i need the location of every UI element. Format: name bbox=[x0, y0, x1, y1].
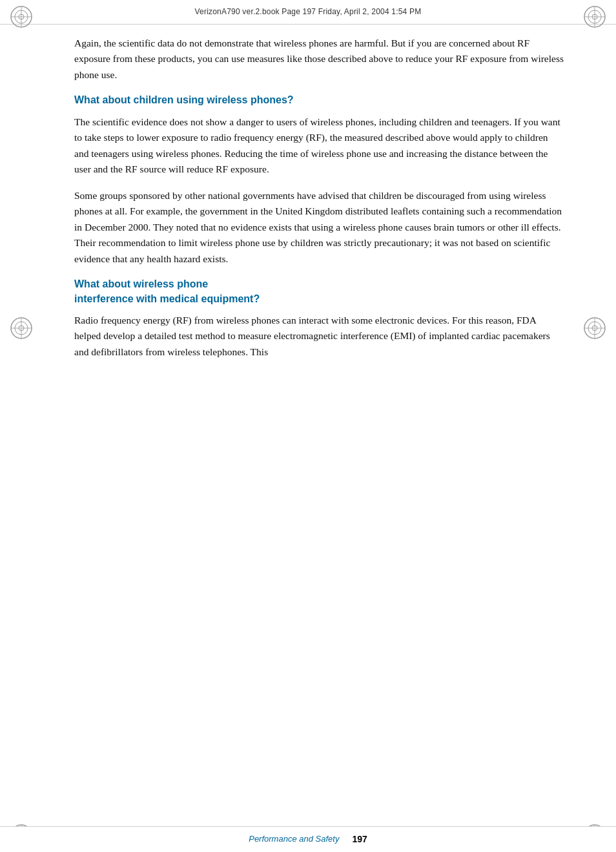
corner-mark-mid-right bbox=[583, 317, 606, 340]
section2-heading: What about wireless phone interference w… bbox=[74, 277, 564, 306]
corner-mark-top-left bbox=[10, 5, 33, 28]
footer-page-number: 197 bbox=[352, 833, 367, 847]
corner-mark-mid-left bbox=[10, 317, 33, 340]
section2-heading-line1: What about wireless phone bbox=[74, 278, 208, 289]
intro-paragraph: Again, the scientific data do not demons… bbox=[74, 36, 564, 83]
content-area: Again, the scientific data do not demons… bbox=[74, 36, 564, 816]
footer-section-label: Performance and Safety bbox=[249, 833, 339, 846]
corner-mark-top-right bbox=[583, 5, 606, 28]
underline-do-not: do not bbox=[177, 37, 202, 48]
section1-para1: The scientific evidence does not show a … bbox=[74, 114, 564, 178]
footer-bar: Performance and Safety 197 bbox=[0, 826, 616, 852]
header-bar: VerizonA790 ver.2.book Page 197 Friday, … bbox=[0, 0, 616, 25]
section2-heading-line2: interference with medical equipment? bbox=[74, 293, 260, 304]
section2-para1: Radio frequency energy (RF) from wireles… bbox=[74, 313, 564, 360]
section1-heading: What about children using wireless phone… bbox=[74, 93, 564, 107]
header-text: VerizonA790 ver.2.book Page 197 Friday, … bbox=[195, 6, 422, 18]
page-container: VerizonA790 ver.2.book Page 197 Friday, … bbox=[0, 0, 616, 852]
section1-para2: Some groups sponsored by other national … bbox=[74, 188, 564, 267]
